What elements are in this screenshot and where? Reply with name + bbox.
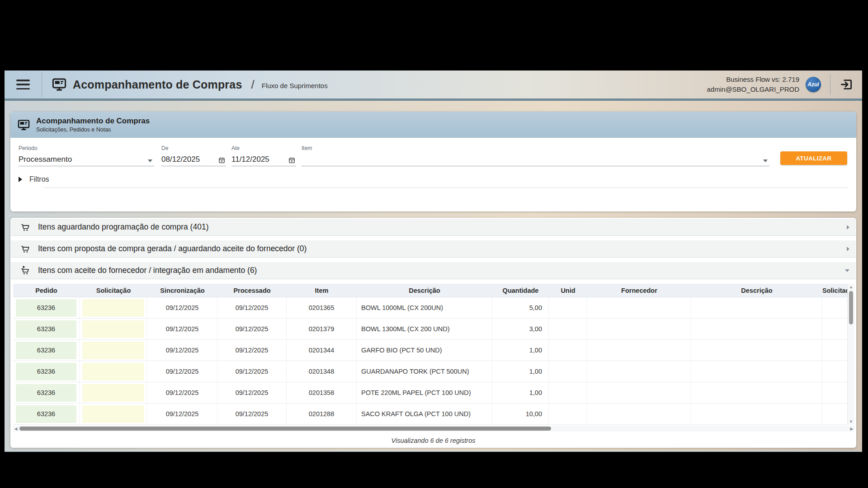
accordion-section-3[interactable]: Itens com aceite do fornecedor / integra… <box>11 262 856 279</box>
cell-processado: 09/12/2025 <box>217 361 287 382</box>
table-row[interactable]: 6323609/12/202509/12/20250201358POTE 220… <box>13 382 847 404</box>
cart-icon <box>20 244 31 254</box>
periodo-value: Processamento <box>19 155 146 164</box>
azul-logo: Azul <box>806 77 821 92</box>
cell-pedido: 63236 <box>13 404 80 424</box>
cell-pedido: 63236 <box>13 361 80 382</box>
cell-fornecedor <box>587 319 691 339</box>
column-header[interactable]: Sincronização <box>147 287 217 294</box>
column-header[interactable]: Unid <box>549 287 587 294</box>
date-from-value: 08/12/2025 <box>161 155 217 164</box>
cell-quantidade: 1,00 <box>492 382 549 403</box>
item-label: Item <box>302 145 769 151</box>
cell-sincronizacao: 09/12/2025 <box>147 319 217 339</box>
solicitacao-status-cell <box>82 363 144 380</box>
divider <box>44 188 848 188</box>
scroll-right-icon[interactable]: ▶ <box>849 427 854 431</box>
chevron-right-icon <box>847 247 849 251</box>
logout-icon[interactable] <box>840 78 853 91</box>
appbar-divider <box>830 74 830 95</box>
accordion-label: Itens com proposta de compra gerada / ag… <box>38 244 307 253</box>
records-count-label: Visualizando 6 de 6 registros <box>10 437 856 444</box>
solicitacao-status-cell <box>82 342 144 359</box>
date-to-value: 11/12/2025 <box>231 155 287 164</box>
cell-descricao: BOWL 1000ML (CX 200UN) <box>357 297 492 318</box>
cell-unid <box>549 340 587 361</box>
solicitacao-status-cell <box>82 299 144 317</box>
table-row[interactable]: 6323609/12/202509/12/20250201344GARFO BI… <box>13 340 847 361</box>
pedido-status-cell: 63236 <box>16 384 76 402</box>
cell-descricao: GARFO BIO (PCT 50 UND) <box>357 340 492 361</box>
cell-fornecedor <box>587 382 691 403</box>
cell-item: 0201288 <box>287 404 357 424</box>
cell-descricao2 <box>691 297 822 318</box>
results-card: Itens aguardando programação de compra (… <box>10 218 856 448</box>
table-row[interactable]: 6323609/12/202509/12/20250201379BOWL 130… <box>13 319 847 340</box>
column-header[interactable]: Item <box>287 287 357 294</box>
vertical-scrollbar[interactable]: ▲ ▼ <box>847 284 854 425</box>
cell-fornecedor <box>587 297 691 318</box>
column-header[interactable]: Solicitaç <box>822 287 847 294</box>
panel-subtitle: Solicitações, Pedidos e Notas <box>36 127 150 133</box>
table-row[interactable]: 6323609/12/202509/12/20250201365BOWL 100… <box>13 297 847 319</box>
panel-title: Acompanhamento de Compras <box>36 117 150 126</box>
horizontal-scroll-thumb[interactable] <box>19 427 551 431</box>
solicitacao-status-cell <box>82 384 144 402</box>
cell-processado: 09/12/2025 <box>217 404 287 424</box>
accordion-section-2[interactable]: Itens com proposta de compra gerada / ag… <box>11 240 856 258</box>
monitor-icon <box>52 77 66 92</box>
cell-sincronizacao: 09/12/2025 <box>147 404 217 424</box>
periodo-select[interactable]: Periodo Processamento <box>19 145 154 166</box>
pedido-status-cell: 63236 <box>16 299 76 317</box>
filtros-label: Filtros <box>29 175 49 183</box>
date-from-field[interactable]: De 08/12/2025 <box>161 145 226 166</box>
version-label: Business Flow vs: 2.719 <box>707 75 799 84</box>
vertical-scroll-thumb[interactable] <box>849 291 853 324</box>
calendar-icon[interactable] <box>218 157 225 164</box>
accordion-list: Itens aguardando programação de compra (… <box>10 219 856 279</box>
scroll-up-icon[interactable]: ▲ <box>849 284 853 290</box>
cell-processado: 09/12/2025 <box>217 319 287 339</box>
pedido-status-cell: 63236 <box>16 342 76 359</box>
pedido-status-cell: 63236 <box>16 320 76 338</box>
cell-pedido: 63236 <box>13 340 80 361</box>
cell-unid <box>549 404 587 424</box>
user-label: admin@SBO_OLGARI_PROD <box>707 84 799 94</box>
calendar-icon[interactable] <box>288 157 295 164</box>
table-header-row: PedidoSolicitaçãoSincronizaçãoProcessado… <box>13 284 847 297</box>
periodo-label: Periodo <box>19 145 154 151</box>
column-header[interactable]: Descrição <box>691 287 822 294</box>
atualizar-button[interactable]: ATUALIZAR <box>780 151 847 165</box>
cell-descricao2 <box>691 361 822 382</box>
cell-descricao2 <box>691 319 822 339</box>
menu-icon[interactable] <box>16 80 30 89</box>
filtros-expander[interactable]: Filtros <box>19 175 73 183</box>
cell-item: 0201344 <box>287 340 357 361</box>
horizontal-scrollbar[interactable]: ◀ ▶ <box>13 426 854 432</box>
table-row[interactable]: 6323609/12/202509/12/20250201348GUARDANA… <box>13 361 847 382</box>
chevron-right-icon <box>847 225 849 230</box>
column-header[interactable]: Fornecedor <box>587 287 691 294</box>
column-header[interactable]: Descrição <box>357 287 492 294</box>
table-row[interactable]: 6323609/12/202509/12/20250201288SACO KRA… <box>13 404 847 425</box>
filters-card: Acompanhamento de Compras Solicitações, … <box>10 112 856 211</box>
scroll-left-icon[interactable]: ◀ <box>13 427 19 431</box>
cart-icon <box>20 222 31 232</box>
item-select[interactable]: Item <box>302 145 769 166</box>
column-header[interactable]: Pedido <box>13 287 80 294</box>
breadcrumb-separator: / <box>251 78 255 92</box>
scroll-down-icon[interactable]: ▼ <box>849 418 853 425</box>
date-from-label: De <box>161 145 226 151</box>
date-to-field[interactable]: Ate 11/12/2025 <box>231 145 296 166</box>
accordion-section-1[interactable]: Itens aguardando programação de compra (… <box>11 219 856 236</box>
solicitacao-status-cell <box>82 320 144 338</box>
cell-fornecedor <box>587 340 691 361</box>
cell-quantidade: 5,00 <box>492 297 549 318</box>
column-header[interactable]: Processado <box>217 287 287 294</box>
date-to-label: Ate <box>231 145 296 151</box>
cell-solicitacao <box>80 382 147 403</box>
column-header[interactable]: Solicitação <box>80 287 147 294</box>
app-bar: Acompanhamento de Compras / Fluxo de Sup… <box>5 70 862 101</box>
cell-item: 0201348 <box>287 361 357 382</box>
column-header[interactable]: Quantidade <box>492 287 549 294</box>
